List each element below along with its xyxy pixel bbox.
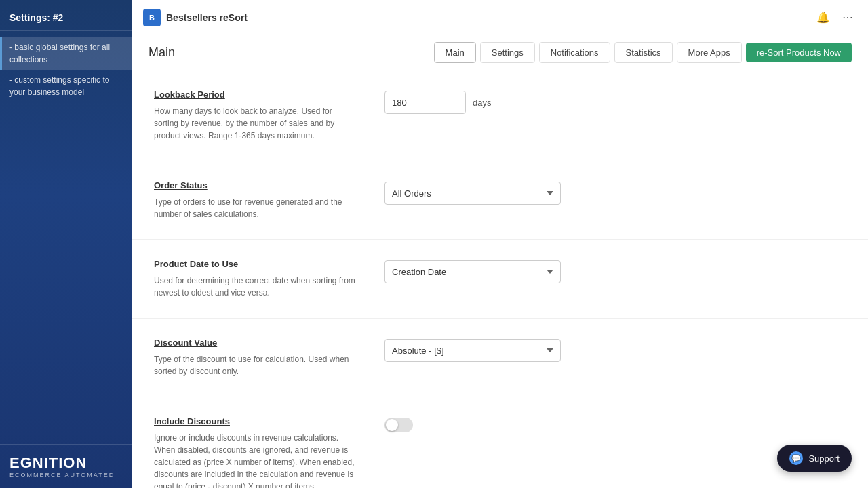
product-date-control: Creation Date Published Date Updated Dat…	[384, 259, 561, 283]
brand: EGNITION ECOMMERCE AUTOMATED	[9, 454, 123, 479]
discount-value-row: Discount Value Type of the discount to u…	[132, 319, 868, 397]
order-status-label: Order Status	[154, 180, 357, 190]
order-status-control: All Orders Paid Orders Fulfilled Orders	[384, 180, 561, 205]
page-title: Main	[149, 45, 175, 60]
tab-statistics[interactable]: Statistics	[614, 42, 673, 63]
support-icon: 💬	[789, 451, 803, 465]
app-logo-icon: B	[143, 9, 161, 26]
lookback-period-desc: How many days to look back to analyze. U…	[154, 105, 357, 142]
sidebar-title: Settings: #2	[0, 0, 132, 30]
tab-notifications[interactable]: Notifications	[539, 42, 610, 63]
product-date-desc: Used for determining the correct date wh…	[154, 274, 357, 299]
order-status-desc: Type of orders to use for revenue genera…	[154, 196, 357, 220]
support-button[interactable]: 💬 Support	[777, 445, 852, 472]
brand-subtitle: ECOMMERCE AUTOMATED	[9, 472, 123, 479]
sidebar-item-global-settings[interactable]: - basic global settings for all collecti…	[0, 37, 132, 70]
main-area: B Bestsellers reSort 🔔 ⋯ Main Main Setti…	[132, 0, 868, 488]
sidebar: Settings: #2 - basic global settings for…	[0, 0, 132, 488]
lookback-period-row: Lookback Period How many days to look ba…	[132, 70, 868, 161]
tab-more-apps[interactable]: More Apps	[677, 42, 742, 63]
product-date-row: Product Date to Use Used for determining…	[132, 240, 868, 319]
lookback-period-control: days	[384, 89, 491, 114]
product-date-label-col: Product Date to Use Used for determining…	[154, 259, 357, 299]
include-discounts-label: Include Discounts	[154, 416, 357, 426]
discount-value-label: Discount Value	[154, 338, 357, 348]
include-discounts-toggle[interactable]	[384, 418, 413, 432]
tab-main[interactable]: Main	[434, 42, 476, 63]
content-scroll: Lookback Period How many days to look ba…	[132, 70, 868, 488]
sidebar-item-label: - basic global settings for all collecti…	[9, 43, 110, 64]
include-discounts-desc: Ignore or include discounts in revenue c…	[154, 432, 357, 488]
discount-value-control: Absolute - [$] Percentage - [%]	[384, 338, 561, 362]
more-options-icon[interactable]: ⋯	[838, 8, 857, 26]
include-discounts-label-col: Include Discounts Ignore or include disc…	[154, 416, 357, 488]
toggle-knob	[386, 419, 398, 431]
include-discounts-row: Include Discounts Ignore or include disc…	[132, 397, 868, 488]
bell-icon[interactable]: 🔔	[812, 8, 834, 26]
discount-value-label-col: Discount Value Type of the discount to u…	[154, 338, 357, 378]
settings-section: Lookback Period How many days to look ba…	[132, 70, 868, 488]
sidebar-item-custom-settings[interactable]: - custom settings specific to your busin…	[0, 70, 132, 102]
discount-value-desc: Type of the discount to use for calculat…	[154, 353, 357, 378]
discount-value-dropdown[interactable]: Absolute - [$] Percentage - [%]	[384, 339, 561, 362]
sidebar-footer: EGNITION ECOMMERCE AUTOMATED	[0, 444, 132, 488]
topbar-actions: 🔔 ⋯	[812, 8, 857, 26]
order-status-row: Order Status Type of orders to use for r…	[132, 161, 868, 240]
include-discounts-control	[384, 416, 413, 432]
order-status-label-col: Order Status Type of orders to use for r…	[154, 180, 357, 220]
topbar: B Bestsellers reSort 🔔 ⋯	[132, 0, 868, 35]
days-unit: days	[473, 98, 491, 108]
product-date-dropdown[interactable]: Creation Date Published Date Updated Dat…	[384, 260, 561, 283]
nav-tabs: Main Settings Notifications Statistics M…	[434, 42, 852, 63]
support-label: Support	[808, 453, 840, 464]
product-date-label: Product Date to Use	[154, 259, 357, 269]
app-name: Bestsellers reSort	[166, 12, 248, 23]
order-status-dropdown[interactable]: All Orders Paid Orders Fulfilled Orders	[384, 182, 561, 205]
resort-products-button[interactable]: re-Sort Products Now	[746, 43, 852, 62]
lookback-period-label-col: Lookback Period How many days to look ba…	[154, 89, 357, 142]
content-header: Main Main Settings Notifications Statist…	[132, 35, 868, 70]
lookback-period-label: Lookback Period	[154, 89, 357, 100]
brand-name: EGNITION	[9, 454, 123, 472]
topbar-logo: B Bestsellers reSort	[143, 9, 248, 26]
sidebar-item-label: - custom settings specific to your busin…	[9, 75, 109, 97]
sidebar-nav: - basic global settings for all collecti…	[0, 30, 132, 444]
lookback-period-input[interactable]	[384, 91, 466, 114]
tab-settings[interactable]: Settings	[480, 42, 535, 63]
